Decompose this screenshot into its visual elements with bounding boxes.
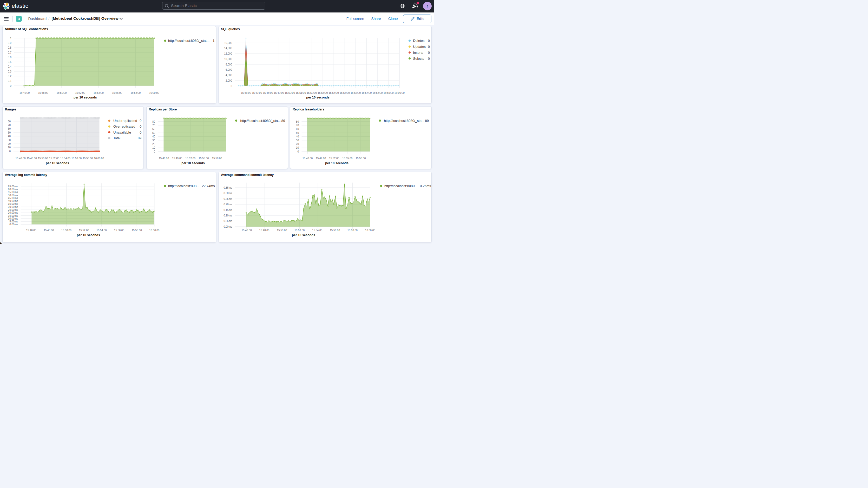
svg-text:8,000: 8,000 [225, 63, 232, 66]
svg-text:15:50:00: 15:50:00 [285, 91, 295, 94]
svg-text:per 10 seconds: per 10 seconds [181, 161, 205, 165]
svg-text:0: 0 [428, 45, 430, 49]
svg-text:Inserts: Inserts [413, 51, 423, 55]
svg-text:15:58:00: 15:58:00 [132, 229, 142, 232]
svg-text:5.00ms: 5.00ms [9, 220, 18, 223]
svg-text:40: 40 [152, 135, 155, 138]
svg-text:16:00:00: 16:00:00 [149, 91, 159, 94]
svg-text:0: 0 [9, 150, 11, 153]
svg-text:50.00ms: 50.00ms [8, 193, 18, 196]
svg-text:15:58:00: 15:58:00 [130, 91, 141, 94]
svg-text:30: 30 [296, 139, 299, 142]
svg-text:http://localhost:8080...: http://localhost:8080... [384, 184, 417, 188]
svg-text:50: 50 [152, 131, 155, 134]
svg-text:15:59:00: 15:59:00 [383, 91, 394, 94]
svg-text:20: 20 [8, 143, 11, 145]
svg-text:15:52:00: 15:52:00 [294, 229, 305, 232]
svg-text:2,000: 2,000 [225, 79, 232, 82]
svg-text:0.5: 0.5 [8, 61, 11, 63]
svg-text:50: 50 [296, 131, 299, 134]
svg-text:1: 1 [213, 39, 214, 42]
svg-text:Underreplicated: Underreplicated [113, 119, 137, 123]
svg-text:15:46:00: 15:46:00 [241, 91, 251, 94]
svg-text:70: 70 [8, 124, 11, 126]
svg-text:15:58:00: 15:58:00 [347, 229, 357, 232]
svg-text:15:54:00: 15:54:00 [329, 91, 339, 94]
svg-text:15:50:00: 15:50:00 [61, 229, 71, 232]
svg-text:89: 89 [138, 136, 142, 140]
svg-text:0.7: 0.7 [8, 51, 11, 54]
svg-text:0: 0 [10, 85, 11, 87]
svg-text:16:00:00: 16:00:00 [394, 91, 404, 94]
svg-text:80: 80 [152, 120, 155, 123]
svg-text:0.8: 0.8 [8, 46, 11, 49]
svg-text:per 10 seconds: per 10 seconds [292, 233, 315, 237]
svg-text:http://localhost:8080/_sta...: http://localhost:8080/_sta... [384, 119, 424, 122]
svg-text:12,000: 12,000 [224, 52, 232, 55]
svg-text:60: 60 [8, 127, 11, 130]
svg-text:15:50:00: 15:50:00 [277, 229, 287, 232]
svg-text:10: 10 [8, 146, 11, 149]
svg-text:15:58:00: 15:58:00 [355, 157, 366, 159]
svg-text:20: 20 [152, 143, 155, 146]
svg-text:0: 0 [428, 39, 430, 42]
svg-text:16:00:00: 16:00:00 [365, 229, 375, 232]
svg-text:40: 40 [296, 135, 299, 138]
svg-text:15:55:00: 15:55:00 [198, 157, 209, 159]
svg-text:89: 89 [425, 119, 429, 122]
svg-text:45.00ms: 45.00ms [8, 196, 18, 199]
svg-text:15:48:00: 15:48:00 [38, 91, 48, 94]
svg-text:15:54:00: 15:54:00 [94, 91, 104, 94]
svg-text:1: 1 [10, 37, 11, 40]
svg-text:89: 89 [281, 119, 285, 122]
svg-text:70: 70 [296, 124, 299, 127]
svg-text:0.05ms: 0.05ms [223, 220, 232, 222]
svg-text:15:49:00: 15:49:00 [316, 157, 326, 159]
svg-text:30: 30 [8, 139, 11, 141]
svg-text:0.30ms: 0.30ms [223, 192, 232, 195]
svg-text:per 10 seconds: per 10 seconds [73, 96, 97, 99]
svg-text:15:58:00: 15:58:00 [83, 157, 93, 159]
svg-text:0: 0 [140, 130, 142, 134]
svg-text:15:56:00: 15:56:00 [350, 91, 361, 94]
svg-text:per 10 seconds: per 10 seconds [46, 161, 69, 165]
svg-text:Overreplicated: Overreplicated [113, 124, 135, 128]
svg-text:0.26ms: 0.26ms [420, 184, 431, 188]
svg-text:15:51:00: 15:51:00 [296, 91, 306, 94]
svg-text:16:00:00: 16:00:00 [94, 157, 104, 159]
svg-text:15:48:00: 15:48:00 [44, 229, 54, 232]
svg-text:15:52:00: 15:52:00 [307, 91, 317, 94]
svg-text:10,000: 10,000 [224, 58, 232, 61]
svg-text:15:48:00: 15:48:00 [27, 157, 37, 159]
svg-text:15:46:00: 15:46:00 [241, 229, 252, 232]
svg-text:0.25ms: 0.25ms [223, 197, 232, 200]
svg-text:15:49:00: 15:49:00 [274, 91, 284, 94]
svg-text:60: 60 [152, 128, 155, 130]
svg-text:15:52:00: 15:52:00 [49, 157, 59, 159]
svg-text:Selects: Selects [413, 57, 424, 61]
svg-text:15:56:00: 15:56:00 [330, 229, 340, 232]
svg-text:22.74ms: 22.74ms [202, 184, 215, 188]
svg-text:0.4: 0.4 [8, 65, 11, 68]
svg-text:15:58:00: 15:58:00 [212, 157, 222, 159]
svg-text:per 10 seconds: per 10 seconds [325, 161, 348, 165]
svg-text:15:52:00: 15:52:00 [185, 157, 195, 159]
svg-text:per 10 seconds: per 10 seconds [306, 96, 330, 99]
svg-text:15:47:00: 15:47:00 [252, 91, 262, 94]
svg-text:15:46:00: 15:46:00 [16, 157, 26, 159]
svg-text:30.00ms: 30.00ms [8, 205, 18, 208]
svg-text:10: 10 [296, 146, 299, 149]
svg-text:Deletes: Deletes [413, 39, 425, 42]
svg-text:30: 30 [152, 139, 155, 142]
svg-text:0.9: 0.9 [8, 41, 11, 44]
svg-text:0.2: 0.2 [8, 75, 11, 78]
svg-text:15:48:00: 15:48:00 [259, 229, 269, 232]
svg-text:http://localhost:808...: http://localhost:808... [168, 184, 199, 188]
svg-text:Total: Total [113, 136, 121, 140]
svg-text:15.00ms: 15.00ms [8, 214, 18, 217]
svg-text:15:46:00: 15:46:00 [159, 157, 169, 159]
svg-text:15:56:00: 15:56:00 [114, 229, 124, 232]
svg-text:0: 0 [428, 51, 430, 55]
svg-text:http://localhost:8080/_stat...: http://localhost:8080/_stat... [168, 39, 210, 42]
svg-text:0.6: 0.6 [8, 56, 11, 59]
